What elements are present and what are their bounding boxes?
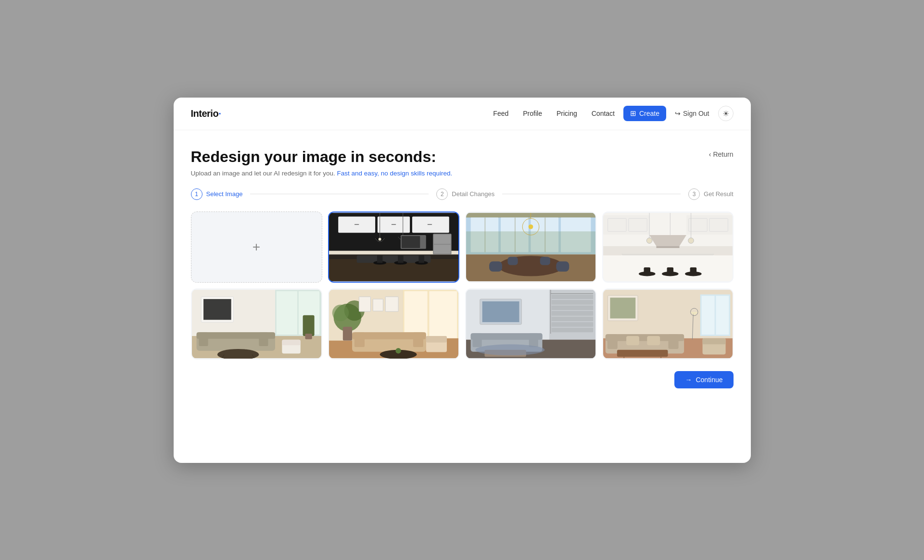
image-card-1[interactable] xyxy=(465,212,596,283)
step-1-circle: 1 xyxy=(191,188,203,200)
step-line-2 xyxy=(502,194,681,194)
svg-rect-102 xyxy=(413,332,423,347)
svg-point-68 xyxy=(688,238,694,244)
svg-rect-91 xyxy=(404,291,427,339)
svg-rect-130 xyxy=(482,301,519,322)
svg-rect-117 xyxy=(551,311,593,316)
svg-rect-62 xyxy=(690,267,696,274)
svg-rect-60 xyxy=(667,267,673,274)
svg-rect-39 xyxy=(489,261,502,272)
logo: Interio· xyxy=(191,108,221,119)
svg-rect-41 xyxy=(540,257,550,265)
svg-rect-148 xyxy=(610,298,635,318)
svg-rect-108 xyxy=(373,299,383,311)
svg-rect-109 xyxy=(385,297,398,311)
svg-rect-40 xyxy=(507,257,518,265)
continue-arrow-icon: → xyxy=(685,376,692,384)
svg-rect-16 xyxy=(418,255,424,262)
svg-rect-115 xyxy=(551,300,593,305)
image-card-4[interactable] xyxy=(328,288,459,360)
svg-rect-150 xyxy=(702,338,725,344)
svg-rect-85 xyxy=(303,315,314,336)
continue-label: Continue xyxy=(696,376,722,384)
svg-rect-144 xyxy=(617,350,668,357)
svg-rect-106 xyxy=(426,336,446,342)
theme-toggle-button[interactable]: ☀ xyxy=(718,106,734,121)
svg-rect-140 xyxy=(607,334,617,349)
svg-rect-56 xyxy=(621,253,714,255)
svg-point-18 xyxy=(378,238,381,241)
image-card-0[interactable] xyxy=(328,212,459,283)
create-label: Create xyxy=(639,110,659,117)
svg-point-97 xyxy=(332,305,349,322)
svg-rect-135 xyxy=(701,296,714,335)
svg-rect-8 xyxy=(427,224,432,225)
svg-rect-136 xyxy=(716,296,729,335)
svg-rect-118 xyxy=(551,317,593,322)
create-button[interactable]: ⊞ Create xyxy=(623,106,666,121)
svg-rect-119 xyxy=(551,322,593,327)
theme-icon: ☀ xyxy=(722,109,729,118)
image-card-6[interactable] xyxy=(602,288,734,360)
signout-label: Sign Out xyxy=(683,110,709,117)
upload-card[interactable]: + xyxy=(191,212,322,283)
svg-rect-88 xyxy=(282,340,300,346)
svg-rect-7 xyxy=(391,224,396,225)
step-2-label: Detail Changes xyxy=(452,190,494,198)
image-grid: + xyxy=(191,212,734,360)
header: Interio· Feed Profile Pricing Contact ⊞ … xyxy=(174,98,751,130)
step-3: 3 Get Result xyxy=(688,188,733,200)
image-card-5[interactable] xyxy=(465,288,596,360)
svg-rect-127 xyxy=(529,333,538,347)
logo-dot: · xyxy=(218,108,221,119)
svg-rect-6 xyxy=(354,224,359,225)
step-1: 1 Select Image xyxy=(191,188,243,200)
page-title: Redesign your image in seconds: xyxy=(191,148,436,166)
svg-rect-25 xyxy=(401,236,419,248)
title-block: Redesign your image in seconds: xyxy=(191,148,436,166)
image-card-2[interactable] xyxy=(602,212,734,283)
svg-rect-107 xyxy=(359,297,370,311)
svg-point-64 xyxy=(646,238,652,244)
svg-rect-116 xyxy=(551,305,593,310)
svg-rect-72 xyxy=(276,291,297,335)
svg-rect-55 xyxy=(621,253,714,267)
subtitle-static: Upload an image and let our AI redesign … xyxy=(191,170,335,177)
svg-rect-126 xyxy=(472,333,481,347)
svg-point-104 xyxy=(395,348,401,354)
svg-rect-141 xyxy=(668,334,678,349)
image-card-3[interactable] xyxy=(191,288,322,360)
svg-rect-58 xyxy=(644,267,650,274)
svg-rect-42 xyxy=(556,261,569,272)
svg-rect-14 xyxy=(398,255,404,262)
signout-button[interactable]: ↪ Sign Out xyxy=(669,107,715,120)
create-icon: ⊞ xyxy=(630,109,636,118)
svg-point-131 xyxy=(475,344,544,355)
svg-point-44 xyxy=(528,224,533,229)
svg-rect-23 xyxy=(434,245,451,253)
svg-rect-86 xyxy=(305,334,312,339)
step-2: 2 Detail Changes xyxy=(436,188,494,200)
svg-rect-22 xyxy=(434,235,451,244)
continue-button[interactable]: → Continue xyxy=(674,371,733,388)
svg-rect-77 xyxy=(203,299,231,320)
subtitle: Upload an image and let our AI redesign … xyxy=(191,170,734,177)
nav-profile[interactable]: Profile xyxy=(517,107,548,120)
svg-rect-98 xyxy=(342,327,352,341)
nav-pricing[interactable]: Pricing xyxy=(551,107,583,120)
upload-plus-icon: + xyxy=(253,239,260,255)
svg-rect-81 xyxy=(259,332,268,346)
step-3-circle: 3 xyxy=(688,188,700,200)
return-button[interactable]: ‹ Return xyxy=(709,150,734,158)
svg-rect-120 xyxy=(551,328,593,333)
app-window: Interio· Feed Profile Pricing Contact ⊞ … xyxy=(174,98,751,463)
nav-contact[interactable]: Contact xyxy=(586,107,620,120)
footer-actions: → Continue xyxy=(191,371,734,388)
stepper: 1 Select Image 2 Detail Changes 3 Get Re… xyxy=(191,188,734,200)
step-3-label: Get Result xyxy=(704,190,733,198)
nav-feed[interactable]: Feed xyxy=(487,107,514,120)
step-1-label: Select Image xyxy=(206,190,243,198)
svg-rect-12 xyxy=(377,255,382,262)
page-header: Redesign your image in seconds: ‹ Return xyxy=(191,148,734,166)
subtitle-link[interactable]: Fast and easy, no design skills required… xyxy=(337,170,452,177)
